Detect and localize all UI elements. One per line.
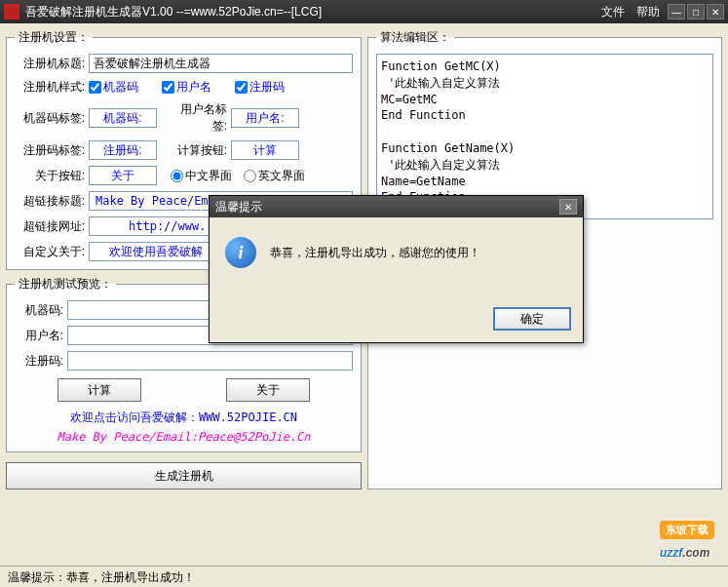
reg-tag-label: 注册码标签: — [15, 142, 85, 159]
checkbox-user[interactable]: 用户名 — [162, 79, 211, 96]
style-label: 注册机样式: — [15, 79, 85, 96]
calc-btn-input[interactable] — [231, 140, 299, 160]
dialog-message: 恭喜，注册机导出成功，感谢您的使用！ — [270, 245, 480, 261]
title-input[interactable] — [89, 54, 353, 73]
test-calc-button[interactable]: 计算 — [57, 378, 141, 402]
title-label: 注册机标题: — [15, 56, 85, 72]
test-mc-label: 机器码: — [15, 302, 63, 319]
mc-tag-input[interactable] — [89, 108, 157, 128]
test-reg-label: 注册码: — [15, 353, 63, 370]
test-make-by: Make By Peace/Email:Peace@52PoJie.Cn — [15, 430, 353, 444]
close-button[interactable]: ✕ — [707, 4, 724, 20]
window-title: 吾爱破解注册机生成器V1.00 --=www.52PoJie.cn=--[LCG… — [25, 4, 601, 20]
minimize-button[interactable]: — — [668, 4, 685, 20]
settings-legend: 注册机设置： — [15, 29, 93, 46]
menu-file[interactable]: 文件 — [601, 4, 625, 20]
user-tag-label: 用户名标签: — [169, 101, 227, 135]
statusbar: 温馨提示：恭喜，注册机导出成功！ — [0, 566, 728, 587]
app-icon — [4, 4, 19, 20]
test-legend: 注册机测试预览： — [15, 276, 116, 293]
mc-tag-label: 机器码标签: — [15, 110, 85, 127]
about-btn-input[interactable] — [89, 166, 157, 185]
dialog-title: 温馨提示 — [215, 199, 559, 215]
maximize-button[interactable]: □ — [687, 4, 705, 20]
reg-tag-input[interactable] — [89, 140, 157, 160]
checkbox-mc[interactable]: 机器码 — [89, 79, 138, 96]
radio-en[interactable]: 英文界面 — [244, 168, 305, 184]
user-tag-input[interactable] — [231, 108, 299, 128]
dialog-close-button[interactable]: ✕ — [559, 199, 577, 215]
dialog-titlebar: 温馨提示 ✕ — [210, 196, 583, 217]
calc-btn-label: 计算按钮: — [169, 142, 227, 159]
about-btn-label: 关于按钮: — [15, 168, 85, 184]
link-title-label: 超链接标题: — [15, 193, 85, 210]
message-dialog: 温馨提示 ✕ i 恭喜，注册机导出成功，感谢您的使用！ 确定 — [209, 195, 584, 343]
test-reg-input[interactable] — [67, 351, 353, 371]
test-link[interactable]: 欢迎点击访问吾爱破解：WWW.52POJIE.CN — [15, 410, 353, 426]
generate-button[interactable]: 生成注册机 — [6, 462, 362, 489]
dialog-ok-button[interactable]: 确定 — [493, 307, 571, 331]
radio-cn[interactable]: 中文界面 — [171, 168, 232, 184]
test-about-button[interactable]: 关于 — [226, 378, 310, 402]
menu-help[interactable]: 帮助 — [636, 4, 660, 20]
info-icon: i — [225, 237, 256, 268]
checkbox-reg[interactable]: 注册码 — [235, 79, 285, 96]
algo-legend: 算法编辑区： — [376, 29, 454, 46]
watermark: 东坡下载 uzzf.com — [660, 521, 718, 562]
titlebar: 吾爱破解注册机生成器V1.00 --=www.52PoJie.cn=--[LCG… — [0, 0, 728, 23]
test-user-label: 用户名: — [15, 328, 63, 344]
custom-about-label: 自定义关于: — [15, 244, 85, 260]
link-url-label: 超链接网址: — [15, 218, 85, 235]
